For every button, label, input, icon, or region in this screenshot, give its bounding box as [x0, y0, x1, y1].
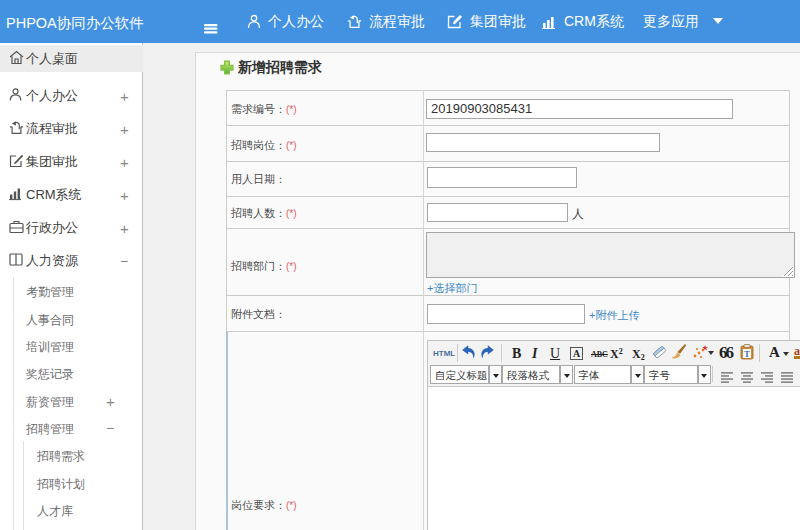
- svg-text:T: T: [744, 350, 750, 359]
